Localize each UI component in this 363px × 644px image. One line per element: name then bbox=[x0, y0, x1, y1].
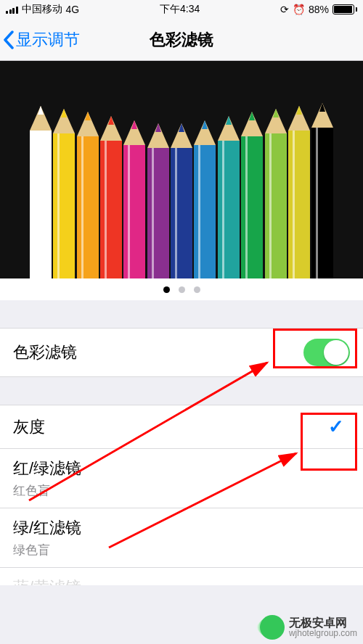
pencil bbox=[77, 112, 99, 278]
carrier-label: 中国移动 bbox=[22, 3, 62, 16]
option-subtitle: 红色盲 bbox=[13, 482, 50, 499]
page-dot[interactable] bbox=[163, 286, 170, 293]
status-right: ⟳ ⏰ 88% bbox=[280, 4, 357, 15]
network-label: 4G bbox=[66, 4, 80, 15]
option-title: 灰度 bbox=[13, 416, 45, 438]
pencil bbox=[288, 106, 310, 278]
checkmark-icon: ✓ bbox=[328, 416, 350, 438]
orientation-lock-icon: ⟳ bbox=[280, 4, 289, 15]
watermark-url: wjhotelgroup.com bbox=[289, 629, 357, 638]
pencil bbox=[30, 106, 52, 278]
pencil bbox=[171, 123, 192, 278]
pencil bbox=[194, 120, 216, 278]
option-subtitle: 绿色盲 bbox=[13, 542, 50, 558]
page-title: 色彩滤镜 bbox=[150, 29, 213, 51]
pencil bbox=[100, 116, 122, 278]
filter-option[interactable]: 绿/红滤镜绿色盲 bbox=[0, 508, 363, 568]
option-title: 绿/红滤镜 bbox=[13, 517, 81, 539]
pencil bbox=[123, 120, 145, 278]
filter-option[interactable]: 红/绿滤镜红色盲 bbox=[0, 449, 363, 508]
pencil bbox=[53, 109, 75, 278]
pencil bbox=[311, 103, 333, 278]
color-filter-toggle-cell[interactable]: 色彩滤镜 bbox=[0, 328, 363, 377]
pencil bbox=[241, 112, 263, 278]
status-bar: 中国移动 4G 下午4:34 ⟳ ⏰ 88% bbox=[0, 0, 363, 19]
page-dot[interactable] bbox=[179, 286, 185, 293]
option-title: 蓝/黄滤镜 bbox=[13, 577, 81, 585]
chevron-left-icon bbox=[3, 30, 15, 49]
page-indicator[interactable] bbox=[0, 278, 363, 300]
option-title: 红/绿滤镜 bbox=[13, 458, 81, 479]
back-button[interactable]: 显示调节 bbox=[0, 29, 84, 51]
watermark: 无极安卓网 wjhotelgroup.com bbox=[260, 615, 357, 640]
color-filter-switch[interactable] bbox=[303, 339, 350, 366]
switch-knob bbox=[324, 340, 348, 365]
toggle-label: 色彩滤镜 bbox=[13, 342, 77, 363]
battery-icon bbox=[333, 4, 357, 15]
status-left: 中国移动 4G bbox=[6, 3, 79, 16]
filter-option-cutoff[interactable]: 蓝/黄滤镜 bbox=[0, 568, 363, 585]
back-label: 显示调节 bbox=[16, 29, 80, 51]
clock-label: 下午4:34 bbox=[160, 3, 200, 16]
filter-option[interactable]: 灰度✓ bbox=[0, 405, 363, 449]
watermark-logo-icon bbox=[260, 615, 285, 640]
watermark-title: 无极安卓网 bbox=[289, 616, 357, 629]
page-dot[interactable] bbox=[194, 286, 200, 293]
pencil bbox=[265, 109, 287, 278]
pencil bbox=[147, 123, 169, 278]
signal-icon bbox=[6, 5, 18, 14]
battery-pct-label: 88% bbox=[309, 4, 329, 15]
color-preview[interactable] bbox=[0, 61, 363, 278]
pencil bbox=[218, 116, 240, 278]
alarm-icon: ⏰ bbox=[293, 4, 305, 15]
navigation-bar: 显示调节 色彩滤镜 bbox=[0, 19, 363, 61]
